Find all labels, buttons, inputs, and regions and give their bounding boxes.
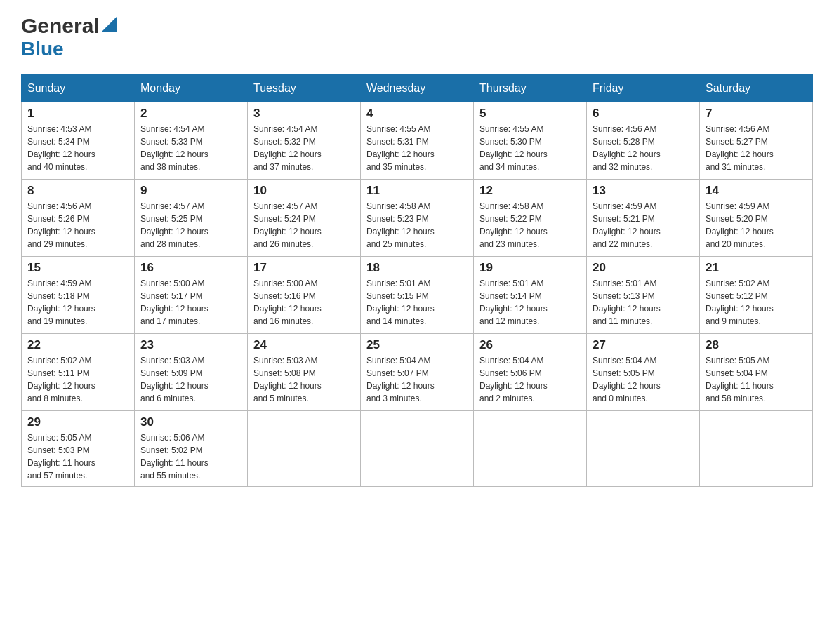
day-info: Sunrise: 5:01 AMSunset: 5:13 PMDaylight:… (593, 277, 694, 328)
day-info: Sunrise: 5:04 AMSunset: 5:05 PMDaylight:… (593, 354, 694, 405)
day-number: 14 (706, 184, 807, 198)
calendar-cell: 26 Sunrise: 5:04 AMSunset: 5:06 PMDaylig… (474, 334, 587, 411)
day-number: 3 (253, 107, 355, 121)
calendar-cell: 13 Sunrise: 4:59 AMSunset: 5:21 PMDaylig… (587, 180, 700, 257)
column-header-thursday: Thursday (474, 75, 587, 102)
day-number: 13 (593, 184, 694, 198)
day-number: 29 (27, 415, 128, 429)
day-number: 25 (366, 338, 468, 352)
day-number: 11 (366, 184, 468, 198)
svg-marker-0 (101, 17, 117, 32)
calendar-cell: 23 Sunrise: 5:03 AMSunset: 5:09 PMDaylig… (135, 334, 248, 411)
day-number: 21 (706, 261, 807, 275)
day-number: 8 (27, 184, 128, 198)
calendar-cell: 20 Sunrise: 5:01 AMSunset: 5:13 PMDaylig… (587, 257, 700, 334)
calendar-cell: 22 Sunrise: 5:02 AMSunset: 5:11 PMDaylig… (22, 334, 135, 411)
calendar-week-row: 29 Sunrise: 5:05 AMSunset: 5:03 PMDaylig… (22, 411, 813, 487)
calendar-cell: 28 Sunrise: 5:05 AMSunset: 5:04 PMDaylig… (700, 334, 813, 411)
day-info: Sunrise: 5:04 AMSunset: 5:07 PMDaylight:… (366, 354, 468, 405)
day-number: 18 (366, 261, 468, 275)
day-number: 7 (706, 107, 807, 121)
calendar-cell: 1 Sunrise: 4:53 AMSunset: 5:34 PMDayligh… (22, 102, 135, 180)
calendar-cell (248, 411, 361, 487)
day-number: 24 (253, 338, 355, 352)
day-info: Sunrise: 5:06 AMSunset: 5:02 PMDaylight:… (140, 431, 241, 482)
calendar-cell: 17 Sunrise: 5:00 AMSunset: 5:16 PMDaylig… (248, 257, 361, 334)
day-number: 22 (27, 338, 128, 352)
column-header-friday: Friday (587, 75, 700, 102)
day-info: Sunrise: 4:57 AMSunset: 5:24 PMDaylight:… (253, 200, 355, 250)
day-number: 15 (27, 261, 128, 275)
calendar-cell (700, 411, 813, 487)
calendar-cell: 19 Sunrise: 5:01 AMSunset: 5:14 PMDaylig… (474, 257, 587, 334)
day-info: Sunrise: 4:59 AMSunset: 5:20 PMDaylight:… (706, 200, 807, 250)
day-number: 2 (140, 107, 241, 121)
day-info: Sunrise: 4:55 AMSunset: 5:31 PMDaylight:… (366, 123, 468, 173)
logo-blue-text: Blue (21, 38, 64, 60)
day-number: 20 (593, 261, 694, 275)
calendar-cell: 4 Sunrise: 4:55 AMSunset: 5:31 PMDayligh… (361, 102, 474, 180)
logo-general-text: General (21, 14, 100, 38)
day-info: Sunrise: 4:55 AMSunset: 5:30 PMDaylight:… (479, 123, 581, 173)
calendar-cell (587, 411, 700, 487)
calendar-cell (474, 411, 587, 487)
day-number: 17 (253, 261, 355, 275)
day-info: Sunrise: 5:03 AMSunset: 5:09 PMDaylight:… (140, 354, 241, 405)
day-number: 6 (593, 107, 694, 121)
day-number: 1 (27, 107, 128, 121)
logo: General Blue (21, 14, 117, 60)
day-info: Sunrise: 4:58 AMSunset: 5:22 PMDaylight:… (479, 200, 581, 250)
calendar-cell: 30 Sunrise: 5:06 AMSunset: 5:02 PMDaylig… (135, 411, 248, 487)
page-header: General Blue (21, 14, 813, 60)
calendar-cell: 6 Sunrise: 4:56 AMSunset: 5:28 PMDayligh… (587, 102, 700, 180)
day-info: Sunrise: 5:05 AMSunset: 5:04 PMDaylight:… (706, 354, 807, 405)
day-info: Sunrise: 5:02 AMSunset: 5:11 PMDaylight:… (27, 354, 128, 405)
day-info: Sunrise: 5:00 AMSunset: 5:16 PMDaylight:… (253, 277, 355, 328)
day-info: Sunrise: 4:56 AMSunset: 5:26 PMDaylight:… (27, 200, 128, 250)
day-info: Sunrise: 5:05 AMSunset: 5:03 PMDaylight:… (27, 431, 128, 482)
calendar-table: SundayMondayTuesdayWednesdayThursdayFrid… (21, 74, 813, 487)
day-info: Sunrise: 5:01 AMSunset: 5:14 PMDaylight:… (479, 277, 581, 328)
day-number: 30 (140, 415, 241, 429)
day-info: Sunrise: 4:54 AMSunset: 5:32 PMDaylight:… (253, 123, 355, 173)
day-info: Sunrise: 5:00 AMSunset: 5:17 PMDaylight:… (140, 277, 241, 328)
day-number: 4 (366, 107, 468, 121)
day-info: Sunrise: 4:58 AMSunset: 5:23 PMDaylight:… (366, 200, 468, 250)
calendar-cell: 9 Sunrise: 4:57 AMSunset: 5:25 PMDayligh… (135, 180, 248, 257)
day-number: 5 (479, 107, 581, 121)
calendar-cell: 21 Sunrise: 5:02 AMSunset: 5:12 PMDaylig… (700, 257, 813, 334)
calendar-cell: 11 Sunrise: 4:58 AMSunset: 5:23 PMDaylig… (361, 180, 474, 257)
column-header-monday: Monday (135, 75, 248, 102)
day-info: Sunrise: 4:56 AMSunset: 5:28 PMDaylight:… (593, 123, 694, 173)
day-number: 26 (479, 338, 581, 352)
calendar-week-row: 22 Sunrise: 5:02 AMSunset: 5:11 PMDaylig… (22, 334, 813, 411)
calendar-cell: 24 Sunrise: 5:03 AMSunset: 5:08 PMDaylig… (248, 334, 361, 411)
calendar-cell: 16 Sunrise: 5:00 AMSunset: 5:17 PMDaylig… (135, 257, 248, 334)
day-number: 10 (253, 184, 355, 198)
calendar-cell: 27 Sunrise: 5:04 AMSunset: 5:05 PMDaylig… (587, 334, 700, 411)
calendar-cell: 7 Sunrise: 4:56 AMSunset: 5:27 PMDayligh… (700, 102, 813, 180)
day-number: 16 (140, 261, 241, 275)
column-header-wednesday: Wednesday (361, 75, 474, 102)
calendar-cell: 5 Sunrise: 4:55 AMSunset: 5:30 PMDayligh… (474, 102, 587, 180)
column-header-saturday: Saturday (700, 75, 813, 102)
calendar-week-row: 15 Sunrise: 4:59 AMSunset: 5:18 PMDaylig… (22, 257, 813, 334)
calendar-cell: 12 Sunrise: 4:58 AMSunset: 5:22 PMDaylig… (474, 180, 587, 257)
day-number: 19 (479, 261, 581, 275)
calendar-header-row: SundayMondayTuesdayWednesdayThursdayFrid… (22, 75, 813, 102)
day-number: 28 (706, 338, 807, 352)
day-info: Sunrise: 4:57 AMSunset: 5:25 PMDaylight:… (140, 200, 241, 250)
day-number: 9 (140, 184, 241, 198)
day-info: Sunrise: 4:59 AMSunset: 5:18 PMDaylight:… (27, 277, 128, 328)
logo-triangle-icon (101, 17, 117, 32)
calendar-cell (361, 411, 474, 487)
day-info: Sunrise: 5:02 AMSunset: 5:12 PMDaylight:… (706, 277, 807, 328)
calendar-cell: 10 Sunrise: 4:57 AMSunset: 5:24 PMDaylig… (248, 180, 361, 257)
day-info: Sunrise: 4:54 AMSunset: 5:33 PMDaylight:… (140, 123, 241, 173)
calendar-cell: 8 Sunrise: 4:56 AMSunset: 5:26 PMDayligh… (22, 180, 135, 257)
calendar-week-row: 1 Sunrise: 4:53 AMSunset: 5:34 PMDayligh… (22, 102, 813, 180)
calendar-cell: 14 Sunrise: 4:59 AMSunset: 5:20 PMDaylig… (700, 180, 813, 257)
calendar-cell: 25 Sunrise: 5:04 AMSunset: 5:07 PMDaylig… (361, 334, 474, 411)
calendar-cell: 2 Sunrise: 4:54 AMSunset: 5:33 PMDayligh… (135, 102, 248, 180)
calendar-cell: 29 Sunrise: 5:05 AMSunset: 5:03 PMDaylig… (22, 411, 135, 487)
